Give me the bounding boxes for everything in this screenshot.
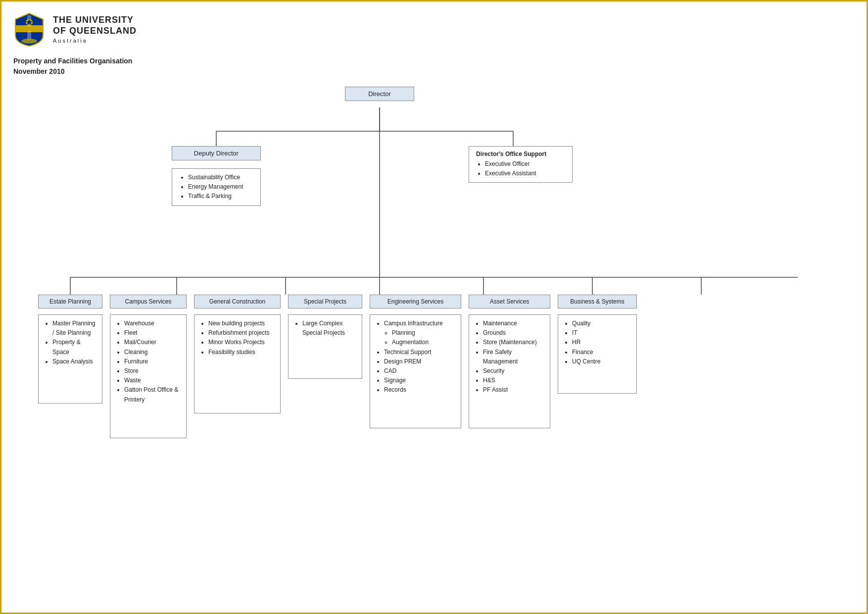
logo-text: The University Of Queensland Australia	[53, 15, 137, 43]
directors-office-box: Director's Office Support Executive Offi…	[469, 146, 573, 183]
header: The University Of Queensland Australia	[13, 11, 855, 47]
dept-engineering-services-items: Campus Infrastructure Planning Augmentat…	[370, 314, 461, 428]
dept-general-construction-items: New building projects Refurbishment proj…	[194, 314, 281, 413]
dept-special-projects: Special Projects	[288, 295, 362, 308]
dept-business-systems: Business & Systems	[558, 295, 637, 308]
chart-container: Director Director's Office Support Execu…	[33, 82, 835, 527]
svg-point-5	[21, 39, 37, 44]
dept-asset-services-items: Maintenance Grounds Store (Maintenance) …	[469, 314, 550, 428]
directors-office-list: Executive Officer Executive Assistant	[476, 159, 565, 178]
org-title: Property and Facilities Organisation Nov…	[13, 56, 855, 77]
director-box: Director	[345, 87, 414, 101]
deputy-items-box: Sustainability Office Energy Management …	[172, 168, 261, 206]
dept-general-construction: General Construction	[194, 295, 281, 308]
deputy-director-box: Deputy Director	[172, 146, 261, 160]
org-chart: Director Director's Office Support Execu…	[13, 82, 855, 527]
page-wrapper: The University Of Queensland Australia P…	[13, 11, 855, 527]
dept-engineering-services: Engineering Services	[370, 295, 461, 308]
dept-estate-planning-items: Master Planning / Site Planning Property…	[38, 314, 102, 404]
dept-campus-services: Campus Services	[110, 295, 187, 308]
directors-office-title: Director's Office Support	[476, 151, 565, 157]
dept-business-systems-items: Quality IT HR Finance UQ Centre	[558, 314, 637, 394]
dept-estate-planning: Estate Planning	[38, 295, 102, 308]
svg-rect-2	[15, 26, 43, 31]
deputy-list: Sustainability Office Energy Management …	[179, 173, 253, 202]
dept-special-projects-items: Large Complex Special Projects	[288, 314, 362, 379]
dept-asset-services: Asset Services	[469, 295, 550, 308]
australia-label: Australia	[53, 38, 137, 44]
dept-campus-services-items: Warehouse Fleet Mail/Courier Cleaning Fu…	[110, 314, 187, 438]
uq-logo	[13, 11, 45, 47]
university-name: The University Of Queensland	[53, 15, 137, 36]
